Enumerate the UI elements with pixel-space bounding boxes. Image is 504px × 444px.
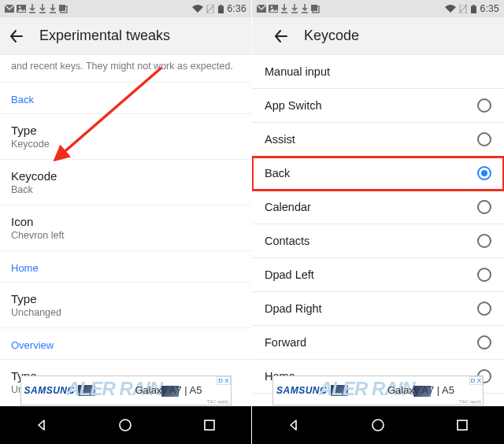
- battery-icon: [218, 5, 224, 13]
- svg-rect-19: [472, 5, 475, 6]
- svg-rect-16: [311, 5, 317, 11]
- ad-banner[interactable]: SAMSUNG ALER RAIN Galaxy A7 | A5 D X T&C…: [0, 375, 251, 406]
- download-icon: [49, 4, 57, 13]
- image-icon: [17, 4, 26, 13]
- nav-home-button[interactable]: [102, 406, 149, 444]
- keycode-option-app-switch[interactable]: App Switch: [252, 89, 504, 123]
- svg-rect-7: [220, 5, 222, 6]
- keycode-option-dpad-left[interactable]: Dpad Left: [252, 258, 504, 292]
- option-label: Calendar: [265, 201, 311, 213]
- nav-back-button[interactable]: [18, 406, 65, 444]
- nav-home-button[interactable]: [354, 406, 402, 444]
- gmail-icon: [257, 4, 266, 13]
- page-title: Experimental tweaks: [39, 28, 170, 44]
- radio-icon[interactable]: [477, 234, 491, 248]
- gmail-icon: [5, 4, 14, 13]
- navigation-bar: [252, 406, 504, 444]
- download-icon: [39, 4, 46, 13]
- option-label: App Switch: [265, 99, 322, 112]
- back-button[interactable]: [6, 27, 25, 46]
- square-recents-icon: [455, 418, 469, 432]
- svg-rect-8: [218, 6, 224, 13]
- status-left-icons: [5, 4, 69, 13]
- description-text: and recent keys. They might not work as …: [0, 55, 251, 83]
- stack-icon: [59, 4, 69, 13]
- pref-back-keycode[interactable]: Keycode Back: [0, 160, 251, 205]
- wifi-icon: [192, 5, 203, 13]
- keycode-option-manual-input[interactable]: Manual input: [252, 55, 504, 89]
- svg-point-14: [271, 6, 273, 9]
- download-icon: [28, 4, 36, 13]
- ad-choices-icon[interactable]: D X: [469, 376, 483, 385]
- app-bar: Experimental tweaks: [0, 17, 251, 55]
- option-label: Forward: [265, 336, 306, 349]
- radio-icon[interactable]: [477, 132, 491, 146]
- keycode-option-back[interactable]: Back: [252, 157, 504, 191]
- option-label: Dpad Left: [265, 268, 314, 281]
- status-bar: 6:36: [0, 0, 251, 17]
- radio-icon[interactable]: [477, 302, 491, 316]
- radio-icon[interactable]: [477, 335, 491, 350]
- option-label: Assist: [265, 133, 295, 146]
- radio-icon[interactable]: [477, 268, 491, 282]
- square-recents-icon: [202, 418, 217, 432]
- image-icon: [269, 4, 278, 13]
- download-icon: [301, 4, 309, 13]
- circle-home-icon: [370, 417, 386, 433]
- pref-back-icon[interactable]: Icon Chevron left: [0, 205, 251, 251]
- download-icon: [291, 4, 298, 13]
- battery-icon: [471, 5, 476, 13]
- download-icon: [280, 4, 288, 13]
- option-label: Contacts: [265, 235, 309, 247]
- keycode-option-calendar[interactable]: Calendar: [252, 191, 504, 224]
- option-label: Dpad Right: [265, 302, 322, 315]
- status-time: 6:35: [480, 3, 499, 14]
- status-time: 6:36: [227, 3, 246, 14]
- status-left-icons: [257, 4, 321, 13]
- svg-rect-4: [59, 5, 65, 11]
- option-label: Back: [265, 167, 290, 179]
- svg-point-21: [372, 420, 384, 431]
- arrow-back-icon: [272, 28, 288, 44]
- navigation-bar: [0, 406, 251, 444]
- app-bar: Keycode: [252, 17, 504, 55]
- nav-recents-button[interactable]: [439, 406, 486, 444]
- pref-back-type[interactable]: Type Keycode: [0, 113, 251, 160]
- svg-rect-20: [471, 6, 476, 13]
- section-back-label: Back: [0, 83, 251, 113]
- svg-rect-22: [458, 420, 467, 430]
- stack-icon: [311, 4, 321, 13]
- page-title: Keycode: [304, 28, 359, 44]
- nav-recents-button[interactable]: [186, 406, 233, 444]
- no-sim-icon: [206, 5, 215, 13]
- svg-rect-11: [205, 420, 214, 430]
- triangle-back-icon: [35, 418, 49, 432]
- svg-point-2: [19, 6, 21, 9]
- phone-right: 6:35 Keycode Manual inputApp SwitchAssis…: [252, 0, 504, 444]
- ad-choices-icon[interactable]: D X: [217, 376, 230, 385]
- nav-back-button[interactable]: [270, 406, 317, 444]
- pref-home-type[interactable]: Type Unchanged: [0, 282, 251, 328]
- keycode-option-contacts[interactable]: Contacts: [252, 224, 504, 258]
- option-label: Manual input: [265, 65, 330, 78]
- keycode-option-forward[interactable]: Forward: [252, 326, 504, 360]
- status-bar: 6:35: [252, 0, 504, 17]
- circle-home-icon: [117, 417, 133, 433]
- radio-icon[interactable]: [477, 200, 491, 214]
- radio-icon[interactable]: [477, 98, 491, 113]
- keycode-option-assist[interactable]: Assist: [252, 123, 504, 157]
- svg-point-10: [120, 420, 131, 431]
- radio-icon[interactable]: [477, 166, 491, 180]
- section-home-label: Home: [0, 251, 251, 282]
- no-sim-icon: [459, 5, 468, 13]
- triangle-back-icon: [287, 418, 301, 432]
- wifi-icon: [445, 5, 456, 13]
- ad-banner[interactable]: SAMSUNG ALER RAIN Galaxy A7 | A5 D X T&C…: [252, 375, 504, 406]
- phone-left: 6:36 Experimental tweaks and recent keys…: [0, 0, 252, 444]
- back-button[interactable]: [271, 27, 290, 46]
- section-overview-label: Overview: [0, 328, 251, 359]
- arrow-back-icon: [8, 28, 24, 44]
- keycode-option-dpad-right[interactable]: Dpad Right: [252, 292, 504, 326]
